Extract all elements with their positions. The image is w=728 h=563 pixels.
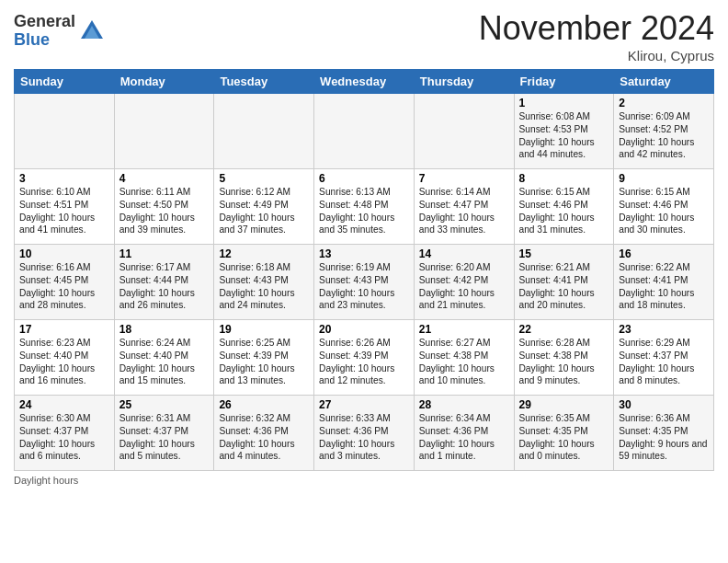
- column-header-sunday: Sunday: [15, 70, 115, 94]
- day-info: Sunrise: 6:13 AM Sunset: 4:48 PM Dayligh…: [319, 186, 409, 236]
- day-number: 23: [619, 323, 709, 336]
- column-header-monday: Monday: [114, 70, 214, 94]
- calendar-cell: 14Sunrise: 6:20 AM Sunset: 4:42 PM Dayli…: [414, 245, 514, 320]
- day-info: Sunrise: 6:23 AM Sunset: 4:40 PM Dayligh…: [19, 337, 109, 387]
- calendar-cell: 4Sunrise: 6:11 AM Sunset: 4:50 PM Daylig…: [114, 169, 214, 245]
- column-header-thursday: Thursday: [414, 70, 514, 94]
- logo-general: General: [14, 13, 75, 31]
- day-info: Sunrise: 6:31 AM Sunset: 4:37 PM Dayligh…: [119, 412, 210, 463]
- day-number: 1: [519, 97, 609, 109]
- column-header-saturday: Saturday: [614, 70, 714, 94]
- day-number: 30: [619, 398, 709, 411]
- day-info: Sunrise: 6:19 AM Sunset: 4:43 PM Dayligh…: [319, 261, 409, 312]
- calendar-cell: 17Sunrise: 6:23 AM Sunset: 4:40 PM Dayli…: [15, 320, 115, 396]
- footer: Daylight hours: [14, 475, 714, 486]
- day-number: 14: [419, 247, 509, 260]
- calendar-cell: 10Sunrise: 6:16 AM Sunset: 4:45 PM Dayli…: [15, 245, 115, 320]
- calendar-cell: 11Sunrise: 6:17 AM Sunset: 4:44 PM Dayli…: [114, 245, 214, 320]
- calendar-cell: [414, 94, 514, 169]
- calendar-cell: [15, 94, 115, 169]
- calendar-cell: 29Sunrise: 6:35 AM Sunset: 4:35 PM Dayli…: [514, 396, 614, 471]
- day-number: 17: [19, 323, 109, 336]
- day-info: Sunrise: 6:29 AM Sunset: 4:37 PM Dayligh…: [619, 337, 709, 387]
- day-number: 20: [319, 323, 409, 336]
- day-info: Sunrise: 6:12 AM Sunset: 4:49 PM Dayligh…: [219, 186, 309, 236]
- day-info: Sunrise: 6:17 AM Sunset: 4:44 PM Dayligh…: [119, 261, 210, 312]
- calendar-cell: 1Sunrise: 6:08 AM Sunset: 4:53 PM Daylig…: [514, 94, 614, 169]
- day-info: Sunrise: 6:18 AM Sunset: 4:43 PM Dayligh…: [219, 261, 309, 312]
- column-header-tuesday: Tuesday: [214, 70, 314, 94]
- day-info: Sunrise: 6:10 AM Sunset: 4:51 PM Dayligh…: [19, 186, 109, 236]
- day-number: 4: [119, 172, 210, 185]
- footer-label: Daylight hours: [14, 475, 78, 486]
- calendar-cell: 12Sunrise: 6:18 AM Sunset: 4:43 PM Dayli…: [214, 245, 314, 320]
- day-info: Sunrise: 6:34 AM Sunset: 4:36 PM Dayligh…: [419, 412, 509, 463]
- day-number: 22: [519, 323, 609, 336]
- day-info: Sunrise: 6:36 AM Sunset: 4:35 PM Dayligh…: [619, 412, 709, 463]
- day-info: Sunrise: 6:24 AM Sunset: 4:40 PM Dayligh…: [119, 337, 210, 387]
- calendar-cell: 26Sunrise: 6:32 AM Sunset: 4:36 PM Dayli…: [214, 396, 314, 471]
- logo-blue: Blue: [14, 31, 75, 50]
- logo: General Blue: [14, 13, 105, 50]
- day-number: 28: [419, 398, 509, 411]
- day-info: Sunrise: 6:20 AM Sunset: 4:42 PM Dayligh…: [419, 261, 509, 312]
- calendar-cell: 24Sunrise: 6:30 AM Sunset: 4:37 PM Dayli…: [15, 396, 115, 471]
- day-info: Sunrise: 6:32 AM Sunset: 4:36 PM Dayligh…: [219, 412, 309, 463]
- day-number: 29: [519, 398, 609, 411]
- day-number: 21: [419, 323, 509, 336]
- day-info: Sunrise: 6:22 AM Sunset: 4:41 PM Dayligh…: [619, 261, 709, 312]
- day-number: 27: [319, 398, 409, 411]
- day-number: 18: [119, 323, 210, 336]
- logo-icon: [79, 18, 105, 44]
- calendar-cell: 2Sunrise: 6:09 AM Sunset: 4:52 PM Daylig…: [614, 94, 714, 169]
- day-number: 26: [219, 398, 309, 411]
- day-number: 8: [519, 172, 609, 185]
- calendar-cell: 22Sunrise: 6:28 AM Sunset: 4:38 PM Dayli…: [514, 320, 614, 396]
- day-info: Sunrise: 6:09 AM Sunset: 4:52 PM Dayligh…: [619, 110, 709, 161]
- column-header-wednesday: Wednesday: [314, 70, 415, 94]
- calendar-cell: 18Sunrise: 6:24 AM Sunset: 4:40 PM Dayli…: [114, 320, 214, 396]
- day-info: Sunrise: 6:21 AM Sunset: 4:41 PM Dayligh…: [519, 261, 609, 312]
- calendar-cell: 13Sunrise: 6:19 AM Sunset: 4:43 PM Dayli…: [314, 245, 415, 320]
- calendar-week-row: 3Sunrise: 6:10 AM Sunset: 4:51 PM Daylig…: [15, 169, 714, 245]
- day-info: Sunrise: 6:14 AM Sunset: 4:47 PM Dayligh…: [419, 186, 509, 236]
- day-number: 6: [319, 172, 409, 185]
- calendar-cell: 23Sunrise: 6:29 AM Sunset: 4:37 PM Dayli…: [614, 320, 714, 396]
- calendar-cell: [114, 94, 214, 169]
- calendar-cell: 19Sunrise: 6:25 AM Sunset: 4:39 PM Dayli…: [214, 320, 314, 396]
- calendar-cell: 5Sunrise: 6:12 AM Sunset: 4:49 PM Daylig…: [214, 169, 314, 245]
- day-info: Sunrise: 6:35 AM Sunset: 4:35 PM Dayligh…: [519, 412, 609, 463]
- calendar-cell: 15Sunrise: 6:21 AM Sunset: 4:41 PM Dayli…: [514, 245, 614, 320]
- calendar-cell: 27Sunrise: 6:33 AM Sunset: 4:36 PM Dayli…: [314, 396, 415, 471]
- day-info: Sunrise: 6:28 AM Sunset: 4:38 PM Dayligh…: [519, 337, 609, 387]
- calendar-cell: 3Sunrise: 6:10 AM Sunset: 4:51 PM Daylig…: [15, 169, 115, 245]
- page-header: General Blue November 2024 Klirou, Cypru…: [14, 9, 714, 63]
- day-number: 2: [619, 97, 709, 109]
- calendar-cell: [214, 94, 314, 169]
- title-block: November 2024 Klirou, Cyprus: [479, 9, 714, 63]
- day-number: 24: [19, 398, 109, 411]
- location: Klirou, Cyprus: [479, 48, 714, 63]
- month-title: November 2024: [479, 9, 714, 48]
- day-info: Sunrise: 6:11 AM Sunset: 4:50 PM Dayligh…: [119, 186, 210, 236]
- day-number: 10: [19, 247, 109, 260]
- calendar-week-row: 24Sunrise: 6:30 AM Sunset: 4:37 PM Dayli…: [15, 396, 714, 471]
- day-info: Sunrise: 6:26 AM Sunset: 4:39 PM Dayligh…: [319, 337, 409, 387]
- calendar-week-row: 17Sunrise: 6:23 AM Sunset: 4:40 PM Dayli…: [15, 320, 714, 396]
- day-info: Sunrise: 6:27 AM Sunset: 4:38 PM Dayligh…: [419, 337, 509, 387]
- calendar-cell: 21Sunrise: 6:27 AM Sunset: 4:38 PM Dayli…: [414, 320, 514, 396]
- calendar-cell: 25Sunrise: 6:31 AM Sunset: 4:37 PM Dayli…: [114, 396, 214, 471]
- day-number: 16: [619, 247, 709, 260]
- calendar-cell: [314, 94, 415, 169]
- day-number: 3: [19, 172, 109, 185]
- day-info: Sunrise: 6:16 AM Sunset: 4:45 PM Dayligh…: [19, 261, 109, 312]
- day-number: 5: [219, 172, 309, 185]
- calendar-cell: 7Sunrise: 6:14 AM Sunset: 4:47 PM Daylig…: [414, 169, 514, 245]
- day-number: 7: [419, 172, 509, 185]
- calendar-cell: 8Sunrise: 6:15 AM Sunset: 4:46 PM Daylig…: [514, 169, 614, 245]
- day-info: Sunrise: 6:33 AM Sunset: 4:36 PM Dayligh…: [319, 412, 409, 463]
- calendar-cell: 30Sunrise: 6:36 AM Sunset: 4:35 PM Dayli…: [614, 396, 714, 471]
- calendar-cell: 6Sunrise: 6:13 AM Sunset: 4:48 PM Daylig…: [314, 169, 415, 245]
- calendar-week-row: 1Sunrise: 6:08 AM Sunset: 4:53 PM Daylig…: [15, 94, 714, 169]
- day-info: Sunrise: 6:25 AM Sunset: 4:39 PM Dayligh…: [219, 337, 309, 387]
